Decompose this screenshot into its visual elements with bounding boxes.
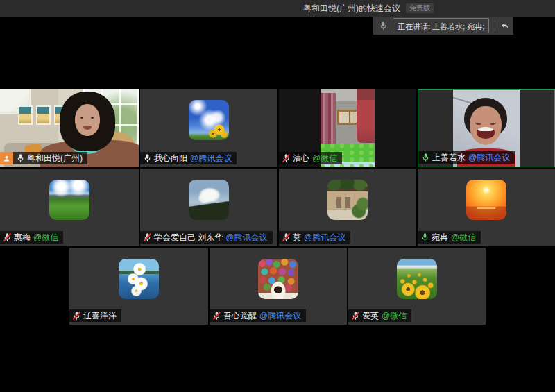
microphone-icon: [379, 21, 387, 31]
mic-muted-icon: [352, 311, 359, 321]
avatar-grassland-mountains: [49, 180, 89, 220]
meeting-window: 粤和田悦(广州)的快速会议 免费版 正在讲话: 上善若水; 宛冉;: [0, 0, 555, 392]
participant-name: 上善若水: [432, 152, 466, 164]
person-icon: [2, 154, 11, 163]
participant-tile[interactable]: 清心@微信: [279, 89, 416, 167]
platform-suffix: @腾讯会议: [225, 232, 267, 244]
participant-name: 学会爱自己 刘东华: [154, 232, 223, 244]
mic-on-icon: [17, 153, 24, 163]
participant-tile[interactable]: 宛冉@微信: [418, 169, 555, 246]
participant-tile[interactable]: 学会爱自己 刘东华@腾讯会议: [140, 169, 278, 246]
speaking-text: 正在讲话: 上善若水; 宛冉;: [398, 22, 484, 31]
speaking-indicator: 正在讲话: 上善若水; 宛冉;: [373, 17, 513, 35]
avatar-sky-sun-sunflowers: [189, 100, 229, 140]
participant-name: 宛冉: [432, 232, 448, 244]
host-badge: [0, 152, 13, 164]
participant-name-label: 我心向阳@腾讯会议: [140, 152, 237, 164]
platform-suffix: @腾讯会议: [259, 310, 301, 322]
mic-muted-icon: [282, 232, 290, 242]
participant-tile[interactable]: 辽喜洋洋: [69, 248, 208, 325]
avatar-colorful-monster-crowd: [258, 259, 298, 299]
participant-name: 惠梅: [14, 232, 31, 244]
participant-name: 粤和田悦(广州): [27, 153, 83, 164]
meeting-title-group: 粤和田悦(广州)的快速会议 免费版: [303, 0, 434, 17]
picture-frame: [18, 105, 33, 125]
platform-suffix: @腾讯会议: [304, 232, 345, 244]
participant-name-label: 爱英@微信: [348, 309, 411, 322]
mic-muted-icon: [73, 311, 80, 321]
person-face: [470, 106, 502, 145]
participant-name-label: 上善若水@腾讯会议: [418, 151, 515, 164]
mic-muted-icon: [213, 311, 221, 321]
avatar-orange-sunset-sea: [466, 180, 506, 220]
mic-muted-icon: [282, 153, 290, 163]
avatar-cloud-over-hill: [189, 180, 229, 220]
participant-name: 吾心觉醒: [223, 310, 257, 322]
participant-name-label: 清心@微信: [279, 152, 342, 164]
participant-name: 辽喜洋洋: [83, 310, 117, 322]
person-face: [75, 104, 100, 136]
avatar-wooden-house-garden: [327, 180, 368, 220]
free-version-badge: 免费版: [406, 3, 434, 13]
platform-suffix: @腾讯会议: [190, 153, 232, 164]
reply-arrow-icon[interactable]: [500, 22, 509, 31]
participant-name-label: 学会爱自己 刘东华@腾讯会议: [140, 231, 273, 244]
platform-suffix: @微信: [382, 310, 407, 322]
participant-name-label: 莫@腾讯会议: [279, 231, 350, 244]
participant-name-label: 粤和田悦(广州): [0, 152, 87, 164]
platform-suffix: @腾讯会议: [468, 152, 510, 164]
platform-suffix: @微信: [312, 153, 337, 164]
teeth: [477, 127, 495, 131]
hanging-clothes: [321, 93, 336, 151]
participant-tile[interactable]: 爱英@微信: [348, 248, 486, 325]
mic-speaking-icon: [422, 153, 429, 162]
mic-on-icon: [144, 153, 151, 163]
participant-name-label: 惠梅@微信: [0, 231, 63, 244]
mic-speaking-icon: [421, 232, 429, 242]
closed-eye: [475, 119, 482, 125]
speaking-text-box: 正在讲话: 上善若水; 宛冉;: [393, 18, 489, 33]
title-bar: 粤和田悦(广州)的快速会议 免费版: [0, 0, 555, 17]
closed-eye: [490, 119, 497, 125]
participant-name: 我心向阳: [154, 153, 187, 164]
participant-name-label: 辽喜洋洋: [69, 309, 121, 322]
participant-tile[interactable]: 莫@腾讯会议: [279, 169, 416, 246]
avatar-daisies-over-lake: [119, 259, 159, 299]
participant-name: 清心: [293, 153, 309, 164]
participant-tile[interactable]: 我心向阳@腾讯会议: [140, 89, 278, 167]
participant-tile[interactable]: 吾心觉醒@腾讯会议: [210, 248, 347, 325]
meeting-title: 粤和田悦(广州)的快速会议: [303, 3, 400, 15]
participant-name: 爱英: [362, 310, 379, 322]
laughing-mouth: [477, 127, 495, 139]
divider: [495, 21, 495, 31]
mic-muted-icon: [144, 232, 151, 242]
platform-suffix: @微信: [451, 232, 476, 244]
platform-suffix: @微信: [33, 232, 58, 244]
participant-name-label: 吾心觉醒@腾讯会议: [210, 309, 306, 322]
person-red-jacket: [357, 89, 375, 143]
participant-name: 莫: [293, 232, 301, 244]
participant-tile-active-speaker[interactable]: 上善若水@腾讯会议: [418, 89, 555, 167]
participant-tile[interactable]: 惠梅@微信: [0, 169, 139, 246]
participant-tile[interactable]: 粤和田悦(广州): [0, 89, 139, 167]
avatar-sunflower-field: [397, 259, 437, 299]
picture-frame: [36, 105, 51, 125]
mic-muted-icon: [3, 232, 11, 242]
participant-name-label: 宛冉@微信: [418, 231, 481, 244]
